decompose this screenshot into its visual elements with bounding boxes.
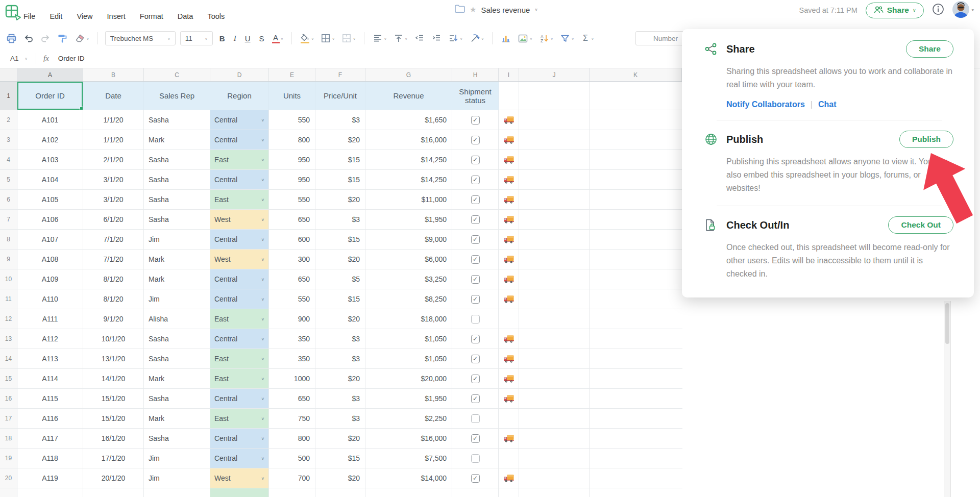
cell-H6[interactable]: ✓: [452, 190, 499, 209]
menu-file[interactable]: File: [23, 12, 35, 20]
cell-J9[interactable]: [519, 250, 590, 269]
cell-B20[interactable]: 20/1/20: [83, 468, 144, 488]
increase-indent-button[interactable]: [430, 32, 443, 44]
cell-C4[interactable]: Sasha: [144, 150, 210, 169]
cell-D13-region-dropdown[interactable]: Central∨: [210, 329, 269, 349]
cell-K14[interactable]: [590, 349, 682, 368]
cell-K16[interactable]: [590, 389, 682, 408]
cell-D4-region-dropdown[interactable]: East∨: [210, 150, 269, 169]
cell-G15[interactable]: $20,000: [365, 369, 452, 388]
formula-input[interactable]: Order ID: [58, 55, 85, 62]
cell-E19[interactable]: 500: [269, 449, 315, 468]
cell-B7[interactable]: 6/1/20: [83, 210, 144, 229]
cell-D7-region-dropdown[interactable]: West∨: [210, 210, 269, 229]
cell-E18[interactable]: 800: [269, 429, 315, 448]
cell-H16[interactable]: ✓: [452, 389, 499, 408]
column-header-J[interactable]: J: [519, 68, 590, 81]
shipment-checkbox[interactable]: ✓: [471, 275, 480, 284]
cell-D16-region-dropdown[interactable]: Central∨: [210, 389, 269, 408]
shipment-checkbox[interactable]: ✓: [471, 335, 480, 343]
cell-D17-region-dropdown[interactable]: East∨: [210, 409, 269, 428]
cell-I20[interactable]: [499, 468, 519, 488]
cell-D5-region-dropdown[interactable]: Central∨: [210, 170, 269, 189]
cell-C21[interactable]: [144, 488, 210, 497]
insert-chart-button[interactable]: [500, 32, 512, 44]
cell-C2[interactable]: Sasha: [144, 110, 210, 130]
cell-K11[interactable]: [590, 289, 682, 309]
share-button[interactable]: Share ∨: [866, 3, 924, 18]
cell-A4[interactable]: A103: [17, 150, 83, 169]
cell-F5[interactable]: $15: [315, 170, 365, 189]
shipment-checkbox[interactable]: ✓: [471, 474, 480, 483]
filter-button[interactable]: ∨: [559, 32, 575, 44]
cell-B9[interactable]: 7/1/20: [83, 250, 144, 269]
info-icon[interactable]: [932, 3, 944, 17]
cell-J16[interactable]: [519, 389, 590, 408]
row-header-21[interactable]: [0, 488, 17, 497]
folder-icon[interactable]: [454, 4, 465, 15]
cell-H17[interactable]: [452, 409, 499, 428]
cell-F14[interactable]: $3: [315, 349, 365, 368]
menu-format[interactable]: Format: [140, 12, 163, 20]
cell-K5[interactable]: [590, 170, 682, 189]
cell-H15[interactable]: ✓: [452, 369, 499, 388]
cell-B3[interactable]: 1/1/20: [83, 130, 144, 150]
cell-A16[interactable]: A115: [17, 389, 83, 408]
vertical-align-button[interactable]: ∨: [393, 32, 409, 44]
italic-button[interactable]: I: [232, 34, 238, 43]
cell-H14[interactable]: ✓: [452, 349, 499, 368]
cell-I10[interactable]: [499, 269, 519, 289]
row-header-17[interactable]: 17: [0, 409, 17, 428]
chat-link[interactable]: Chat: [818, 100, 837, 109]
font-family-select[interactable]: Trebuchet MS∨: [105, 31, 176, 45]
fill-color-button[interactable]: ∨: [299, 33, 315, 44]
cell-K4[interactable]: [590, 150, 682, 169]
redo-button[interactable]: [39, 32, 52, 44]
cell-D18-region-dropdown[interactable]: Central∨: [210, 429, 269, 448]
cell-G11[interactable]: $8,250: [365, 289, 452, 309]
cell-I18[interactable]: [499, 429, 519, 448]
cell-B2[interactable]: 1/1/20: [83, 110, 144, 130]
cell-D6-region-dropdown[interactable]: East∨: [210, 190, 269, 209]
menu-tools[interactable]: Tools: [207, 12, 225, 20]
scrollbar-thumb[interactable]: [945, 303, 949, 344]
cell-B16[interactable]: 15/1/20: [83, 389, 144, 408]
decrease-indent-button[interactable]: [413, 32, 426, 44]
cell-K12[interactable]: [590, 309, 682, 329]
cell-G1[interactable]: Revenue: [365, 82, 452, 110]
cell-F3[interactable]: $20: [315, 130, 365, 150]
cell-A18[interactable]: A117: [17, 429, 83, 448]
cell-J4[interactable]: [519, 150, 590, 169]
cell-H3[interactable]: ✓: [452, 130, 499, 150]
grid-corner[interactable]: [0, 68, 17, 81]
cell-H19[interactable]: [452, 449, 499, 468]
cell-I17[interactable]: [499, 409, 519, 428]
shipment-checkbox[interactable]: ✓: [471, 394, 480, 403]
vertical-scrollbar[interactable]: [944, 301, 951, 497]
cell-H18[interactable]: ✓: [452, 429, 499, 448]
cell-I8[interactable]: [499, 230, 519, 249]
cell-J11[interactable]: [519, 289, 590, 309]
cell-H1[interactable]: Shipment status: [452, 82, 499, 110]
cell-D8-region-dropdown[interactable]: Central∨: [210, 230, 269, 249]
cell-D1[interactable]: Region: [210, 82, 269, 110]
cell-K18[interactable]: [590, 429, 682, 448]
cell-F9[interactable]: $20: [315, 250, 365, 269]
cell-K7[interactable]: [590, 210, 682, 229]
shipment-checkbox[interactable]: ✓: [471, 434, 480, 443]
cell-H20[interactable]: ✓: [452, 468, 499, 488]
row-header-20[interactable]: 20: [0, 468, 17, 488]
insert-image-button[interactable]: ∨: [517, 33, 533, 44]
cell-C8[interactable]: Jim: [144, 230, 210, 249]
shipment-checkbox[interactable]: ✓: [471, 116, 480, 125]
cell-E10[interactable]: 650: [269, 269, 315, 289]
cell-F20[interactable]: $20: [315, 468, 365, 488]
cell-D9-region-dropdown[interactable]: West∨: [210, 250, 269, 269]
cell-G14[interactable]: $1,050: [365, 349, 452, 368]
cell-C17[interactable]: Mark: [144, 409, 210, 428]
cell-D21-region-dropdown[interactable]: [210, 488, 269, 497]
cell-G12[interactable]: $18,000: [365, 309, 452, 329]
cell-G18[interactable]: $16,000: [365, 429, 452, 448]
user-avatar[interactable]: [952, 1, 969, 20]
cell-E8[interactable]: 600: [269, 230, 315, 249]
